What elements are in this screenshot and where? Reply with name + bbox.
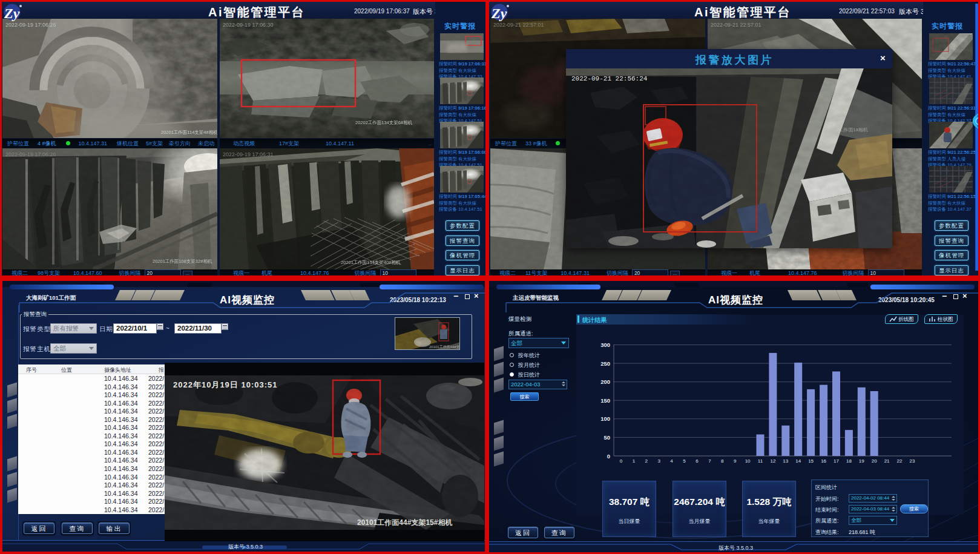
svg-text:50: 50 — [603, 434, 610, 441]
svg-text:100: 100 — [600, 415, 610, 422]
svg-text:2022-09-21 22:57:01: 2022-09-21 22:57:01 — [711, 22, 761, 28]
svg-text:10: 10 — [745, 458, 751, 464]
svg-text:150: 150 — [600, 397, 610, 404]
svg-text:4: 4 — [670, 458, 673, 464]
svg-text:8: 8 — [721, 458, 724, 464]
svg-text:Zy: Zy — [4, 5, 20, 21]
svg-text:13: 13 — [783, 458, 788, 464]
svg-text:3: 3 — [657, 458, 660, 464]
svg-text:17: 17 — [834, 458, 839, 464]
svg-text:19: 19 — [859, 458, 864, 464]
svg-text:12: 12 — [770, 458, 775, 464]
svg-text:20: 20 — [872, 458, 877, 464]
svg-text:18: 18 — [846, 458, 852, 464]
svg-text:20101工作面44#支架15#相机: 20101工作面44#支架15#相机 — [357, 518, 452, 527]
svg-text:2022-09-21 22:57:01: 2022-09-21 22:57:01 — [493, 22, 544, 28]
svg-text:20101工作面44#支架15#相机: 20101工作面44#支架15#相机 — [429, 345, 460, 349]
svg-text:6: 6 — [696, 458, 699, 464]
svg-text:16: 16 — [821, 458, 826, 464]
svg-text:11: 11 — [758, 458, 763, 464]
svg-text:1: 1 — [633, 458, 636, 464]
svg-text:23: 23 — [909, 458, 915, 464]
svg-text:9: 9 — [734, 458, 737, 464]
svg-text:7: 7 — [708, 458, 711, 464]
svg-text:15: 15 — [808, 458, 814, 464]
svg-text:200: 200 — [600, 378, 610, 385]
svg-text:2022-09-21 22:57:01: 2022-09-21 22:57:01 — [493, 151, 544, 157]
svg-text:2022年10月19日 10:03:51: 2022年10月19日 10:03:51 — [173, 380, 278, 389]
svg-text:2: 2 — [645, 458, 648, 464]
svg-text:14: 14 — [795, 458, 801, 464]
svg-text:2022-09-21 22:56:24: 2022-09-21 22:56:24 — [571, 75, 648, 82]
svg-text:Zy: Zy — [491, 5, 507, 21]
svg-text:0: 0 — [607, 453, 610, 460]
svg-text:21: 21 — [884, 458, 890, 464]
svg-text:22: 22 — [897, 458, 903, 464]
svg-text:20201工作面1#相机: 20201工作面1#相机 — [825, 127, 868, 133]
svg-text:250: 250 — [600, 360, 610, 367]
svg-text:0: 0 — [620, 458, 623, 464]
svg-text:5: 5 — [683, 458, 686, 464]
svg-text:300: 300 — [600, 341, 610, 348]
